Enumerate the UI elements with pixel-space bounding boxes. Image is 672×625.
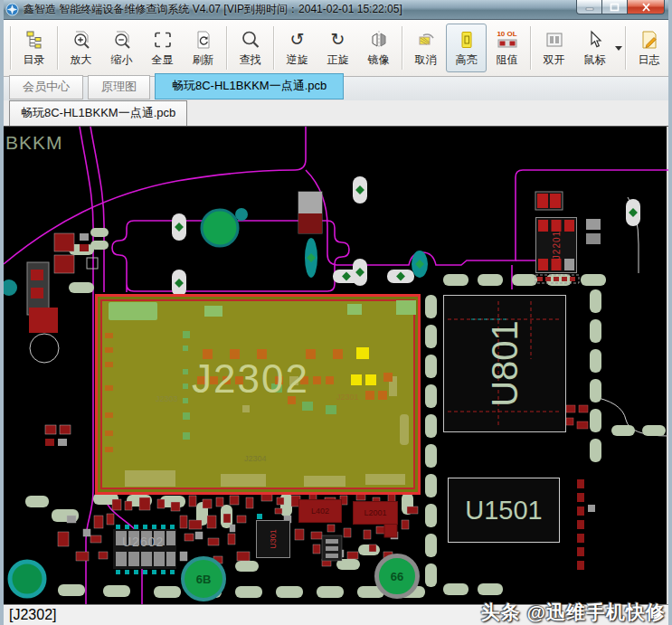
zoom-in-icon [71, 29, 92, 51]
toolbar-button-label: 全显 [152, 52, 174, 68]
toolbar-button-label: 鼠标 [584, 52, 606, 68]
toolbar-separator [402, 26, 402, 70]
u301-label: U301 [269, 529, 278, 549]
toolbar-separator [530, 26, 531, 70]
toolbar-button-catalog[interactable]: 目录 [14, 24, 54, 72]
document-tab-pcb[interactable]: 畅玩8C-HL1BKKM一点通.pcb [9, 100, 187, 126]
via-66-label: 66 [391, 570, 403, 583]
chevron-down-icon [615, 46, 622, 51]
toolbar-button-label: 双开 [544, 52, 565, 68]
u1501-label: U1501 [465, 496, 542, 526]
toolbar-button-mouse[interactable]: 鼠标 [574, 24, 615, 72]
mirror-icon [368, 29, 390, 51]
left-component-cluster [27, 233, 98, 446]
toolbar-button-label: 取消 [415, 52, 437, 68]
cancel-brush-icon [415, 29, 437, 51]
toolbar-button-zoom-out[interactable]: 缩小 [101, 24, 142, 72]
titlebar[interactable]: 鑫智造 智能终端设备维修查询系统 V4.07 [VIP到期时间：2041-02-… [0, 0, 672, 20]
search-icon [240, 29, 261, 51]
white-trace-layer [590, 197, 668, 436]
l402-label: L402 [311, 507, 329, 516]
toolbar-button-fit-screen[interactable]: 全显 [142, 24, 183, 72]
toolbar-button-label: 镜像 [368, 52, 390, 68]
toolbar-button-label: 缩小 [111, 52, 133, 68]
via-6b: 6B [181, 556, 226, 601]
toolbar-button-label: 逆旋 [287, 52, 308, 68]
tree-icon [24, 29, 45, 51]
l2001-label: L2001 [364, 508, 386, 517]
toolbar-button-search[interactable]: 查找 [230, 24, 270, 72]
toolbar-button-highlight[interactable]: 高亮 [446, 24, 487, 72]
maximize-button[interactable] [602, 0, 627, 14]
component-u301[interactable]: U301 [256, 520, 290, 558]
log-icon [639, 29, 660, 51]
toolbar-button-log[interactable]: 日志 [629, 24, 669, 72]
highlight-icon [456, 29, 478, 51]
component-u801[interactable]: U801 [443, 295, 566, 432]
dual-window-icon [544, 29, 565, 51]
window-controls [576, 0, 665, 14]
pcb-canvas[interactable]: BKKM [4, 127, 668, 604]
toolbar-button-label: 阻值 [497, 52, 518, 68]
j2301-label: J2301 [336, 393, 359, 402]
rotate-cw-icon: ↻ [327, 29, 349, 51]
toolbar-button-zoom-in[interactable]: 放大 [61, 24, 101, 72]
tab-member-center[interactable]: 会员中心 [9, 75, 83, 99]
main-tab-bar: 会员中心 原理图 畅玩8C-HL1BKKM一点通.pcb [4, 77, 668, 100]
refresh-icon [193, 29, 214, 51]
component-u1501[interactable]: U1501 [448, 478, 560, 543]
toolbar-button-label: 正旋 [327, 52, 349, 68]
zoom-out-icon [111, 29, 133, 51]
toolbar-separator [57, 26, 58, 70]
watermark-text: 头条 @迅维手机快修 [481, 600, 666, 625]
tab-pcb-file-active[interactable]: 畅玩8C-HL1BKKM一点通.pcb [155, 73, 344, 99]
mouse-cursor-icon [584, 29, 606, 51]
toolbar-button-label: 查找 [240, 52, 261, 68]
toolbar-button-refresh[interactable]: 刷新 [183, 24, 223, 72]
j2303-label: J2303 [156, 394, 178, 403]
document-tab-bar: 畅玩8C-HL1BKKM一点通.pcb [4, 100, 668, 127]
j2304-label: J2304 [244, 454, 267, 463]
highlighted-component-j2302[interactable]: J2302 J2303 J2301 J2304 [95, 294, 421, 495]
toolbar-button-mirror[interactable]: 镜像 [358, 24, 399, 72]
component-j2201[interactable]: J2201 [535, 217, 577, 273]
window-title: 鑫智造 智能终端设备维修查询系统 V4.07 [VIP到期时间：2041-02-… [24, 2, 402, 17]
rotate-ccw-icon: ↺ [287, 29, 308, 51]
app-logo-icon [5, 3, 19, 16]
toolbar-button-label: 放大 [71, 52, 92, 68]
toolbar-separator [10, 26, 11, 70]
minimize-button[interactable] [576, 0, 602, 14]
toolbar: 目录 放大 缩小 全显 刷新 [4, 20, 668, 77]
component-l402[interactable]: L402 [298, 499, 342, 523]
toolbar-button-rotate-ccw[interactable]: ↺ 逆旋 [277, 24, 317, 72]
app-window: 鑫智造 智能终端设备维修查询系统 V4.07 [VIP到期时间：2041-02-… [0, 0, 672, 625]
resistance-icon-text: 10 OL [497, 31, 516, 38]
tab-schematic[interactable]: 原理图 [88, 75, 150, 99]
toolbar-button-rotate-cw[interactable]: ↻ 正旋 [317, 24, 358, 72]
top-middle-component [298, 192, 322, 233]
resistance-icon: 10 OL [497, 29, 518, 51]
pcb-corner-text: BKKM [5, 132, 63, 154]
toolbar-button-resistance[interactable]: 10 OL 阻值 [487, 24, 527, 72]
status-selected-component: [J2302] [9, 607, 56, 623]
u2602-pads [113, 525, 176, 574]
toolbar-separator [226, 26, 227, 70]
j2201-label: J2201 [552, 231, 562, 260]
toolbar-button-label: 刷新 [193, 52, 214, 68]
toolbar-button-dual-window[interactable]: 双开 [534, 24, 574, 72]
close-button[interactable] [627, 0, 665, 14]
fit-screen-icon [152, 29, 174, 51]
mouse-dropdown-button[interactable] [615, 30, 622, 66]
via-66: 66 [374, 554, 420, 599]
toolbar-separator [273, 26, 274, 70]
j2302-label: J2302 [192, 356, 309, 402]
u801-label: U801 [485, 320, 525, 407]
via-6b-label: 6B [196, 573, 212, 586]
toolbar-button-label: 高亮 [456, 52, 478, 68]
toolbar-separator [625, 26, 626, 70]
toolbar-button-label: 目录 [24, 52, 45, 68]
toolbar-button-cancel[interactable]: 取消 [405, 24, 446, 72]
toolbar-button-label: 日志 [639, 52, 660, 68]
u2602-label: U2602 [122, 535, 164, 549]
component-l2001[interactable]: L2001 [353, 501, 398, 525]
